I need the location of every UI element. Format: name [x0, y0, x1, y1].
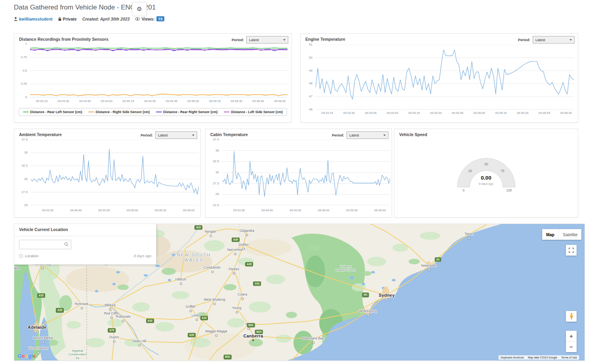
x-axis-tick-label: 09:45:30	[155, 209, 166, 212]
satellite-view-button[interactable]: Satellite	[558, 229, 581, 240]
views-label: Views:	[141, 17, 154, 21]
map-town-label: Cowra	[238, 293, 248, 297]
zoom-out-button[interactable]: −	[566, 341, 577, 353]
ambient-temp-chart: 2527.53032.53537.509:43:3009:44:0009:44:…	[14, 129, 200, 217]
route-shield: A20	[200, 316, 208, 320]
route-shield: A39	[245, 262, 253, 267]
x-axis-tick-label: 09:45:00	[126, 209, 138, 212]
attribution-link[interactable]: Terms of Use	[561, 356, 577, 359]
period-select[interactable]: Latest	[246, 36, 288, 44]
privacy-item: Private	[58, 17, 77, 21]
y-axis-tick-label: 37.5	[14, 138, 28, 141]
chevron-down-icon	[192, 135, 194, 136]
x-axis-tick-label: 09:44:45	[166, 99, 177, 103]
period-control: Period: Latest	[232, 36, 288, 44]
map-town-label: Wollongong	[359, 309, 377, 313]
x-axis-tick-label: 09:45:45	[539, 111, 550, 115]
route-shield: A41	[253, 282, 261, 286]
google-logo[interactable]: Google	[17, 353, 36, 359]
x-axis-tick-label: 09:44:15	[408, 111, 420, 115]
map-town-label: Red Cliffs	[104, 312, 118, 316]
settings-button[interactable]: ⚙	[132, 2, 147, 16]
period-control: Period: Latest	[518, 36, 575, 44]
x-axis-tick-label: 09:45:00	[187, 99, 199, 103]
y-axis-tick-label: 0.5	[14, 69, 27, 72]
legend-swatch	[224, 112, 229, 112]
y-axis-tick-label: 32.5	[14, 164, 28, 167]
cabin-temp-chart: 22.52527.53032.53537.509:43:3009:44:0009…	[206, 129, 392, 217]
map-town-label: Wagga Wagga	[205, 330, 227, 334]
period-label: Period:	[232, 38, 244, 42]
map-region-label: NEW SOUTH WALES	[177, 252, 211, 262]
map-city-label: Adelaide	[28, 325, 46, 330]
x-axis-tick-label: 09:44:00	[387, 111, 398, 115]
x-axis-tick-label: 09:43:30	[42, 209, 53, 212]
pegman-button[interactable]	[566, 311, 577, 322]
legend-label: Distance - Right Side Sensor (cm)	[96, 110, 150, 114]
legend-item: Distance - Left Side Sensor (cm)	[224, 110, 282, 114]
x-axis-tick-label: 09:44:30	[98, 209, 110, 212]
map-attribution: Keyboard shortcutsMap data ©2023 GoogleT…	[499, 355, 579, 360]
legend-label: Distance - Rear Right Sensor (cm)	[163, 110, 217, 114]
distance-chart-card: Distance Recordings from Proximity Senso…	[14, 33, 292, 123]
route-shield: A1	[435, 257, 441, 262]
y-axis-tick-label: 35	[206, 149, 219, 152]
zoom-in-button[interactable]: +	[566, 331, 577, 341]
map-town-label: Dubbo	[238, 243, 248, 247]
period-select[interactable]: Latest	[533, 36, 575, 44]
map-town-label: Swan Hill	[132, 339, 146, 343]
route-shield: M31	[247, 323, 255, 327]
x-axis-tick-label: 09:43:30	[233, 209, 245, 212]
period-label: Period:	[332, 133, 344, 137]
search-input[interactable]	[19, 240, 71, 249]
gauge-tick-label: 75	[501, 169, 504, 173]
created-label: Created: April 30th 2023	[82, 17, 130, 21]
y-axis-tick-label: 0.75	[14, 55, 27, 59]
map-town-label: Griffith	[186, 305, 196, 309]
x-axis-tick-label: 09:45:00	[318, 209, 329, 212]
x-axis-tick-label: 09:46:00	[374, 209, 386, 212]
map-view-button[interactable]: Map	[542, 229, 558, 240]
map-town-label: Robinvale	[116, 315, 131, 319]
gauge-tick-label: 50	[484, 162, 488, 166]
chevron-down-icon	[283, 39, 286, 41]
chevron-down-icon	[569, 39, 572, 41]
pegman-icon	[569, 313, 573, 320]
chevron-down-icon	[383, 135, 386, 136]
legend-label: Distance - Left Side Sensor (cm)	[231, 110, 282, 114]
attribution-link[interactable]: Map data ©2023 Google	[528, 356, 557, 359]
x-axis-tick-label: 09:45:30	[346, 209, 358, 212]
legend-swatch	[89, 112, 94, 112]
engine-temp-chart: 46474849505109:43:1509:43:3009:43:4509:4…	[301, 34, 578, 122]
y-axis-tick-label: 0	[14, 95, 27, 99]
eye-icon	[135, 17, 140, 21]
map-type-control: Map Satellite	[542, 229, 581, 240]
attribution-link[interactable]: Keyboard shortcuts	[501, 356, 524, 359]
search-icon	[64, 242, 69, 246]
y-axis-tick-label: 51	[301, 43, 312, 46]
y-axis-tick-label: 50	[301, 56, 312, 59]
period-select[interactable]: Latest	[347, 131, 389, 139]
y-axis-tick-label: 25	[206, 192, 219, 196]
route-shield: M1	[362, 293, 369, 297]
plot-area	[316, 45, 574, 110]
x-axis-tick-label: 09:46:00	[274, 99, 286, 103]
map-town-label: Victor Harbor	[29, 347, 48, 351]
x-axis-tick-label: 09:43:45	[365, 111, 376, 115]
cabin-temp-card: Cabin Temperature Period: Latest 22.5252…	[205, 129, 392, 218]
channel-meta: kwilliamsstudent Private Created: April …	[14, 16, 164, 21]
location-radio[interactable]	[19, 254, 23, 258]
route-shield: M23	[255, 330, 263, 334]
x-axis-tick-label: 09:44:30	[430, 111, 442, 115]
map-town-label: alla	[14, 267, 19, 271]
x-axis-tick-label: 09:46:00	[183, 209, 194, 212]
fullscreen-button[interactable]	[566, 245, 577, 256]
map-town-label: Renmark	[75, 302, 88, 306]
period-select[interactable]: Latest	[155, 131, 197, 139]
route-shield: A33	[37, 294, 45, 298]
y-axis-tick-label: 22.5	[206, 203, 219, 207]
route-shield: A39	[232, 237, 240, 242]
y-axis-tick-label: 27.5	[14, 190, 28, 194]
author-link[interactable]: kwilliamsstudent	[19, 17, 53, 21]
engine-temp-card: Engine Temperature Period: Latest 464748…	[300, 33, 578, 123]
